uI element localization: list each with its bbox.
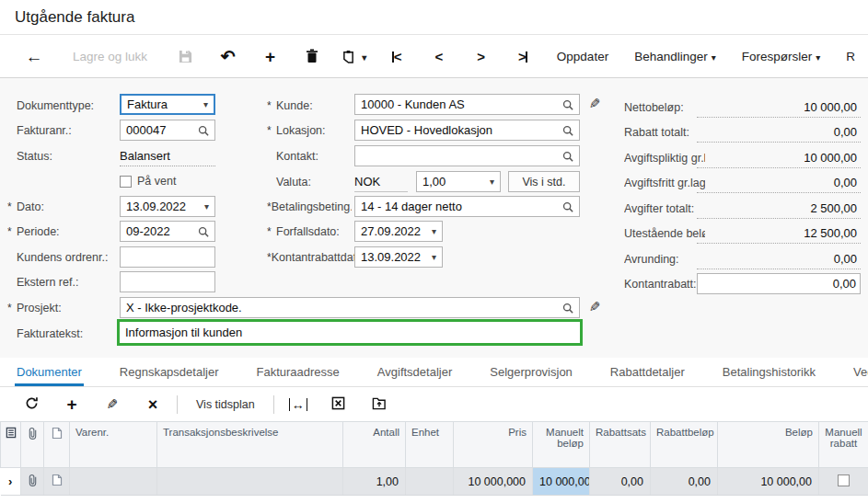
search-icon[interactable] — [562, 125, 573, 136]
column-header-rabattbelop[interactable]: Rabattbeløp — [651, 422, 718, 468]
cell-enhet[interactable] — [406, 468, 454, 496]
cell-pris[interactable]: 10 000,000 — [454, 468, 533, 496]
tab-betalingshistorikk[interactable]: Betalingshistorikk — [721, 360, 817, 386]
cell-antall[interactable]: 1,00 — [343, 468, 406, 496]
inquiries-menu[interactable]: Forespørsler▾ — [729, 50, 834, 63]
first-record-icon[interactable]: < — [376, 50, 418, 63]
undo-icon[interactable]: ↶ — [207, 48, 249, 65]
chevron-down-icon[interactable]: ▾ — [490, 177, 494, 187]
currency-rate-field[interactable]: 1,00▾ — [416, 171, 501, 192]
net-amount-value: 10 000,00 — [697, 97, 861, 118]
cell-rabattsats[interactable]: 0,00 — [590, 468, 651, 496]
column-header-varenr[interactable]: Varenr. — [70, 422, 157, 468]
chevron-down-icon[interactable]: ▾ — [432, 226, 436, 236]
tab-avgiftsdetaljer[interactable]: Avgiftsdetaljer — [376, 360, 454, 386]
tab-selgerprovisjon[interactable]: Selgerprovisjon — [488, 360, 574, 386]
cell-beskrivelse[interactable] — [157, 468, 343, 496]
cash-discount-date-field[interactable]: 13.09.2022▾ — [354, 246, 443, 268]
on-hold-checkbox[interactable] — [120, 176, 132, 188]
add-icon[interactable]: + — [249, 48, 292, 65]
tab-regnskapsdetaljer[interactable]: Regnskapsdetaljer — [118, 360, 221, 386]
cash-discount-date-label: *Kontantrabattdato: — [267, 246, 355, 268]
column-header-enhet[interactable]: Enhet — [406, 422, 454, 468]
cell-manuell-rabatt[interactable] — [819, 468, 868, 496]
period-field[interactable]: 09-2022 — [120, 221, 215, 242]
next-record-icon[interactable]: > — [459, 50, 502, 63]
balance-label: Utestående beløp: — [624, 223, 705, 244]
delete-icon[interactable] — [291, 49, 333, 64]
cash-discount-field[interactable]: 0,00 — [697, 273, 861, 294]
view-schedule-button[interactable]: Vis tidsplan — [181, 398, 270, 411]
column-header-belop[interactable]: Beløp — [718, 422, 819, 468]
payment-terms-label: *Betalingsbeting... — [267, 196, 352, 217]
edit-pencil-icon[interactable]: ✎ — [589, 96, 601, 112]
location-field[interactable]: HOVED - Hovedlokasjon — [354, 120, 580, 141]
notes-column-icon[interactable] — [44, 422, 70, 468]
due-date-field[interactable]: 27.09.2022▾ — [354, 221, 443, 242]
customer-field[interactable]: 10000 - Kunden AS — [354, 94, 580, 115]
customer-label: *Kunde: — [267, 95, 352, 116]
back-icon[interactable]: ← — [13, 48, 55, 65]
location-label: *Lokasjon: — [267, 120, 352, 141]
search-icon[interactable] — [198, 125, 209, 136]
previous-record-icon[interactable]: < — [418, 50, 460, 63]
customer-order-field[interactable] — [120, 246, 215, 268]
actions-menu[interactable]: Behandlinger▾ — [621, 50, 729, 63]
search-icon[interactable] — [562, 99, 573, 110]
fit-width-icon[interactable]: ↔ — [278, 397, 318, 412]
refresh-button[interactable]: Oppdater — [544, 50, 621, 63]
row-settings-icon[interactable] — [1, 422, 21, 468]
column-header-manuell-rabatt[interactable]: Manuell rabatt — [819, 422, 868, 468]
save-icon[interactable] — [165, 49, 207, 63]
date-label: *Dato: — [7, 196, 116, 217]
column-header-pris[interactable]: Pris — [454, 422, 533, 468]
chevron-down-icon[interactable]: ▾ — [203, 99, 208, 109]
edit-row-icon[interactable]: ✎ — [92, 397, 133, 411]
payment-terms-field[interactable]: 14 - 14 dager netto — [354, 196, 580, 217]
attachment-icon[interactable] — [21, 468, 44, 496]
column-header-beskrivelse[interactable]: Transaksjonsbeskrivelse — [157, 422, 343, 468]
contact-field[interactable] — [354, 145, 580, 166]
attachments-column-icon[interactable] — [21, 422, 44, 468]
search-icon[interactable] — [562, 303, 573, 314]
tab-vedlegg[interactable]: Vedlegg — [851, 360, 868, 386]
load-records-icon[interactable] — [359, 396, 399, 413]
search-icon[interactable] — [562, 201, 573, 212]
invoice-no-field[interactable]: 000047 — [120, 120, 215, 141]
export-excel-icon[interactable] — [318, 396, 359, 413]
clipboard-menu-icon[interactable]: ▾ — [333, 49, 376, 63]
refresh-icon[interactable] — [11, 396, 52, 413]
chevron-down-icon[interactable]: ▾ — [204, 201, 209, 211]
tax-total-label: Avgifter totalt: — [624, 198, 705, 219]
search-icon[interactable] — [562, 151, 573, 162]
tab-dokumenter[interactable]: Dokumenter — [15, 360, 84, 386]
last-record-icon[interactable]: > — [502, 50, 544, 63]
delete-row-icon[interactable]: × — [133, 396, 173, 413]
grid-row[interactable]: › 1,00 10 000,000 10 000,00 0,00 0,00 10… — [1, 468, 868, 496]
cell-belop[interactable]: 10 000,00 — [718, 468, 819, 496]
tab-fakturaadresse[interactable]: Fakturaadresse — [255, 360, 341, 386]
doc-type-select[interactable]: Faktura▾ — [120, 94, 215, 115]
on-hold-checkbox-row[interactable]: På vent — [120, 175, 176, 188]
view-base-button[interactable]: Vis i std. — [508, 171, 580, 192]
column-header-rabattsats[interactable]: Rabattsats — [590, 422, 651, 468]
column-header-manuelt-belop[interactable]: Manuelt beløp — [533, 422, 590, 468]
reports-menu[interactable]: R — [833, 50, 868, 63]
column-header-antall[interactable]: Antall — [343, 422, 406, 468]
external-ref-field[interactable] — [120, 271, 215, 292]
tab-rabattdetaljer[interactable]: Rabattdetaljer — [608, 360, 687, 386]
cell-rabattbelop[interactable]: 0,00 — [651, 468, 718, 496]
add-row-icon[interactable]: + — [52, 395, 92, 413]
save-close-button[interactable]: Lagre og lukk — [55, 50, 165, 63]
manual-discount-checkbox[interactable] — [838, 474, 850, 486]
chevron-down-icon[interactable]: ▾ — [432, 252, 436, 262]
date-field[interactable]: 13.09.2022▾ — [120, 196, 215, 217]
project-field[interactable]: X - Ikke-prosjektkode. — [120, 297, 580, 318]
cell-manuelt-belop[interactable]: 10 000,00 — [533, 468, 590, 496]
note-icon[interactable] — [44, 468, 70, 496]
edit-pencil-icon[interactable]: ✎ — [589, 299, 601, 315]
cell-varenr[interactable] — [70, 468, 157, 496]
search-icon[interactable] — [198, 226, 209, 237]
invoice-text-field[interactable]: Informasjon til kunden — [120, 322, 580, 343]
row-expander-icon[interactable]: › — [1, 468, 21, 496]
